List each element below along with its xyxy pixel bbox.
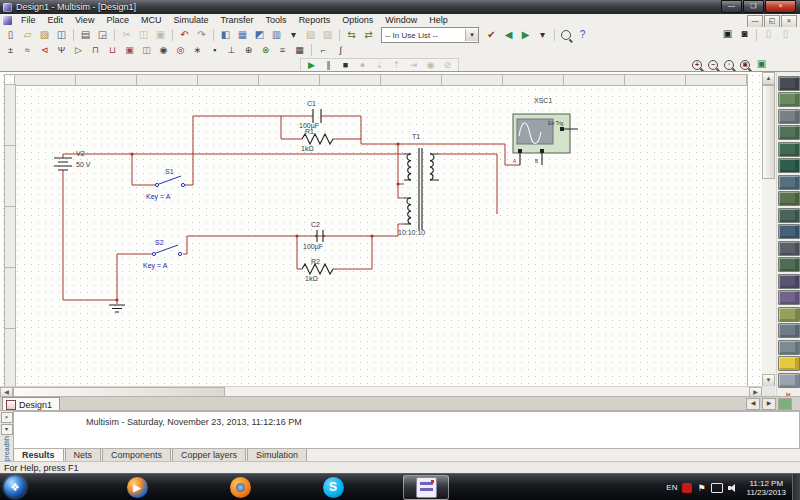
wires[interactable] bbox=[63, 116, 520, 304]
oscilloscope-icon[interactable] bbox=[778, 125, 800, 140]
place-mcu-icon[interactable]: ▦ bbox=[292, 44, 307, 57]
menu-options[interactable]: Options bbox=[336, 14, 379, 27]
find-icon[interactable] bbox=[561, 30, 571, 40]
design-toolbox-icon[interactable]: ◧ bbox=[218, 29, 233, 42]
fullscreen-icon[interactable]: ▣ bbox=[754, 58, 769, 71]
description-box-icon[interactable]: ▣ bbox=[720, 28, 735, 41]
forward-annotate-icon[interactable]: ⇄ bbox=[361, 29, 376, 42]
menu-mcu[interactable]: MCU bbox=[135, 14, 168, 27]
back-annotate-icon[interactable]: ⇆ bbox=[344, 29, 359, 42]
pause-icon[interactable]: ∥ bbox=[321, 60, 336, 71]
erc-icon[interactable]: ✔ bbox=[484, 29, 499, 42]
scroll-up-icon[interactable]: ▲ bbox=[762, 72, 775, 85]
zoom-out-icon[interactable] bbox=[708, 60, 718, 70]
tektronix-oscilloscope-icon[interactable] bbox=[778, 373, 800, 388]
remove-breakpoints-icon[interactable]: ⊘ bbox=[440, 60, 455, 71]
place-advanced-peripherals-icon[interactable]: ▪ bbox=[207, 44, 222, 57]
menu-transfer[interactable]: Transfer bbox=[214, 14, 259, 27]
language-indicator[interactable]: EN bbox=[666, 483, 677, 492]
menu-reports[interactable]: Reports bbox=[293, 14, 337, 27]
oscilloscope-xsc1[interactable]: XSC1 Ext Trig A B bbox=[513, 97, 578, 165]
redo-icon[interactable]: ↷ bbox=[194, 29, 209, 42]
place-diode-icon[interactable]: ⊲ bbox=[37, 44, 52, 57]
zoom-area-icon[interactable] bbox=[724, 60, 734, 70]
menu-help[interactable]: Help bbox=[423, 14, 454, 27]
combobox-caret-icon[interactable]: ▾ bbox=[465, 29, 478, 41]
place-connector-icon[interactable]: ≡ bbox=[275, 44, 290, 57]
help-icon[interactable]: ? bbox=[575, 29, 590, 42]
resistor-r1[interactable]: R1 1kΩ bbox=[301, 128, 333, 152]
schematic-sheet[interactable]: V2 50 V S1 Key = A S2 Key = bbox=[0, 72, 763, 386]
open-icon[interactable]: ▱ bbox=[20, 29, 35, 42]
iv-analyzer-icon[interactable] bbox=[778, 241, 800, 256]
place-cmos-icon[interactable]: ⊔ bbox=[105, 44, 120, 57]
transformer-t1[interactable]: T1 10:10:10 bbox=[398, 133, 439, 236]
multisim-taskbar-icon[interactable] bbox=[403, 475, 449, 500]
menu-window[interactable]: Window bbox=[379, 14, 423, 27]
spectrum-analyzer-icon[interactable] bbox=[778, 274, 800, 289]
firefox-taskbar-icon[interactable] bbox=[217, 475, 263, 500]
place-basic-icon[interactable]: ≈ bbox=[20, 44, 35, 57]
forward-caret-icon[interactable]: ▾ bbox=[535, 29, 550, 42]
frequency-counter-icon[interactable] bbox=[778, 175, 800, 190]
wattmeter-icon[interactable] bbox=[778, 109, 800, 124]
place-source-icon[interactable]: ± bbox=[3, 44, 18, 57]
start-button[interactable]: ❖ bbox=[4, 476, 26, 498]
in-use-list-combobox[interactable]: -- In Use List -- ▾ bbox=[381, 27, 479, 43]
taskbar-clock[interactable]: 11:12 PM 11/23/2013 bbox=[743, 479, 790, 497]
save-icon[interactable]: ◫ bbox=[54, 29, 69, 42]
four-channel-oscilloscope-icon[interactable] bbox=[778, 142, 800, 157]
place-ni-component-icon[interactable]: ⊗ bbox=[258, 44, 273, 57]
new-sheet-icon[interactable] bbox=[778, 398, 792, 410]
new-icon[interactable]: ▯ bbox=[3, 29, 18, 42]
ground-symbol[interactable] bbox=[109, 305, 125, 312]
spreadsheet-autohide-icon[interactable]: ▾ bbox=[1, 424, 13, 435]
open-samples-icon[interactable]: ▨ bbox=[37, 29, 52, 42]
step-into-icon[interactable]: ● bbox=[355, 60, 370, 71]
database-manager-icon[interactable]: ◩ bbox=[252, 29, 267, 42]
pause-sim-icon[interactable]: ▯ bbox=[761, 28, 776, 41]
close-button[interactable]: × bbox=[765, 0, 796, 13]
distortion-analyzer-icon[interactable] bbox=[778, 257, 800, 272]
place-hierarchical-block-icon[interactable]: ⌐ bbox=[316, 44, 331, 57]
toolbox-caret-icon[interactable]: ▾ bbox=[286, 29, 301, 42]
place-power-icon[interactable]: ◎ bbox=[173, 44, 188, 57]
grapher-icon[interactable]: ▧ bbox=[303, 29, 318, 42]
stop-sim-icon[interactable]: ▯ bbox=[778, 28, 793, 41]
spreadsheet-view-icon[interactable]: ▦ bbox=[235, 29, 250, 42]
run-icon[interactable]: ▶ bbox=[304, 60, 319, 71]
action-center-flag-icon[interactable]: ⚑ bbox=[697, 483, 705, 493]
place-transistor-icon[interactable]: Ψ bbox=[54, 44, 69, 57]
tab-design1[interactable]: Design1 bbox=[2, 397, 60, 411]
place-misc-digital-icon[interactable]: ▣ bbox=[122, 44, 137, 57]
place-mixed-icon[interactable]: ◫ bbox=[139, 44, 154, 57]
place-rf-icon[interactable]: ⊥ bbox=[224, 44, 239, 57]
multimeter-icon[interactable] bbox=[778, 76, 800, 91]
stop-icon[interactable]: ■ bbox=[338, 60, 353, 71]
agilent-multimeter-icon[interactable] bbox=[778, 323, 800, 338]
logic-analyzer-icon[interactable] bbox=[778, 224, 800, 239]
menu-edit[interactable]: Edit bbox=[42, 14, 70, 27]
antivirus-tray-icon[interactable] bbox=[682, 483, 692, 493]
word-generator-icon[interactable] bbox=[778, 191, 800, 206]
volume-icon[interactable] bbox=[728, 483, 738, 493]
place-misc-icon[interactable]: ∗ bbox=[190, 44, 205, 57]
vertical-scrollbar[interactable]: ▲ ▼ bbox=[762, 72, 775, 386]
forward-icon[interactable]: ▶ bbox=[518, 29, 533, 42]
toggle-breakpoint-icon[interactable]: ◉ bbox=[423, 60, 438, 71]
zoom-fit-icon[interactable] bbox=[740, 60, 750, 70]
schematic-svg[interactable]: V2 50 V S1 Key = A S2 Key = bbox=[0, 72, 762, 386]
menu-tools[interactable]: Tools bbox=[260, 14, 293, 27]
run-to-cursor-icon[interactable]: ⇥ bbox=[406, 60, 421, 71]
spreadsheet-close-icon[interactable]: × bbox=[1, 412, 13, 423]
vertical-scroll-thumb[interactable] bbox=[762, 85, 775, 179]
back-icon[interactable]: ◀ bbox=[501, 29, 516, 42]
resistor-r2[interactable]: R2 1kΩ bbox=[302, 258, 333, 282]
tab-scroll-left-icon[interactable]: ◀ bbox=[746, 398, 760, 410]
capacitor-c1[interactable]: C1 100µF bbox=[299, 100, 321, 130]
battery-v2[interactable]: V2 50 V bbox=[54, 150, 91, 170]
place-indicator-icon[interactable]: ◉ bbox=[156, 44, 171, 57]
agilent-oscilloscope-icon[interactable] bbox=[778, 340, 800, 355]
place-electromechanical-icon[interactable]: ⊕ bbox=[241, 44, 256, 57]
menu-view[interactable]: View bbox=[69, 14, 100, 27]
